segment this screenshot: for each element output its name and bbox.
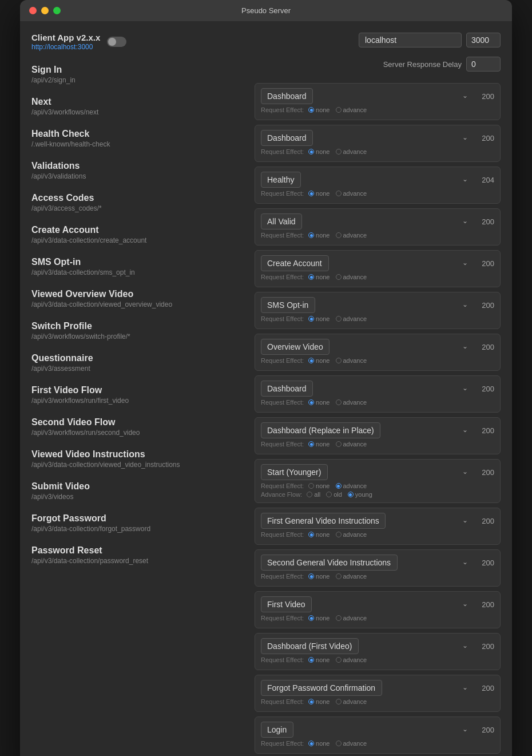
route-select[interactable]: Dashboard (First Video): [261, 638, 359, 654]
effect-none-label: none: [316, 482, 329, 489]
effect-none-radio[interactable]: none: [308, 190, 329, 197]
effect-none-radio[interactable]: none: [308, 106, 329, 113]
request-effect-row: Request Effect: none advance: [261, 740, 494, 747]
route-select[interactable]: Second General Video Instructions: [261, 555, 398, 571]
effect-radio-group: none advance: [308, 698, 367, 705]
route-select[interactable]: Login: [261, 722, 293, 738]
effect-radio-group: none advance: [308, 573, 367, 580]
titlebar: Pseudo Server: [20, 0, 512, 21]
effect-none-radio[interactable]: none: [308, 148, 329, 155]
client-toggle[interactable]: [107, 37, 126, 47]
endpoint-item: First Video Flow /api/v3/workflows/run/f…: [31, 385, 243, 405]
effect-advance-radio[interactable]: advance: [336, 106, 367, 113]
effect-none-radio[interactable]: none: [308, 573, 329, 580]
effect-none-radio[interactable]: none: [308, 441, 329, 448]
endpoint-name: Sign In: [31, 65, 243, 75]
request-effect-row: Request Effect: none advance: [261, 315, 494, 322]
endpoint-path: /api/v3/workflows/run/first_video: [31, 397, 243, 405]
route-block: First General Video Instructions 200 Req…: [255, 508, 501, 545]
route-select[interactable]: SMS Opt-in: [261, 297, 315, 313]
flow-young-dot: [348, 492, 354, 497]
minimize-button[interactable]: [41, 7, 49, 14]
maximize-button[interactable]: [53, 7, 61, 14]
delay-input[interactable]: [466, 57, 501, 72]
effect-none-radio[interactable]: none: [308, 531, 329, 538]
route-select[interactable]: Dashboard: [261, 130, 313, 146]
effect-none-radio[interactable]: none: [308, 740, 329, 747]
route-block: Second General Video Instructions 200 Re…: [255, 549, 501, 587]
flow-all-label: all: [314, 491, 320, 498]
effect-advance-radio[interactable]: advance: [336, 357, 367, 364]
endpoint-name: Switch Profile: [31, 321, 243, 331]
effect-advance-radio[interactable]: advance: [336, 441, 367, 448]
status-code: 200: [477, 600, 494, 609]
endpoint-name: Viewed Video Instructions: [31, 449, 243, 460]
route-select[interactable]: Create Account: [261, 255, 329, 271]
endpoint-name: Next: [31, 97, 243, 107]
client-app-link[interactable]: http://localhost:3000: [31, 43, 100, 51]
endpoint-path: /api/v3/data-collection/forgot_password: [31, 525, 243, 533]
status-code: 200: [477, 468, 494, 477]
effect-none-radio[interactable]: none: [308, 315, 329, 322]
effect-none-radio[interactable]: none: [308, 232, 329, 239]
effect-radio-group: none advance: [308, 232, 367, 239]
effect-advance-dot: [336, 149, 342, 155]
flow-old-radio[interactable]: old: [326, 491, 342, 498]
effect-none-radio[interactable]: none: [308, 615, 329, 622]
effect-advance-radio[interactable]: advance: [336, 698, 367, 705]
effect-advance-radio[interactable]: advance: [336, 656, 367, 663]
close-button[interactable]: [29, 7, 37, 14]
route-select[interactable]: Healthy: [261, 172, 301, 188]
effect-label: Request Effect:: [261, 531, 304, 538]
port-input[interactable]: [466, 33, 501, 48]
effect-none-radio[interactable]: none: [308, 357, 329, 364]
endpoint-item: Sign In /api/v2/sign_in: [31, 65, 243, 84]
route-select[interactable]: Dashboard (Replace in Place): [261, 422, 380, 438]
select-wrapper: Dashboard: [261, 381, 474, 397]
effect-none-radio[interactable]: none: [308, 698, 329, 705]
flow-young-radio[interactable]: young: [348, 491, 372, 498]
flow-all-radio[interactable]: all: [307, 491, 320, 498]
effect-none-dot: [308, 699, 314, 704]
effect-advance-dot: [336, 191, 342, 196]
effect-none-radio[interactable]: none: [308, 399, 329, 406]
effect-none-dot: [308, 615, 314, 621]
route-select[interactable]: Dashboard: [261, 88, 313, 104]
effect-advance-radio[interactable]: advance: [336, 531, 367, 538]
effect-advance-radio[interactable]: advance: [336, 190, 367, 197]
effect-advance-radio[interactable]: advance: [336, 232, 367, 239]
effect-advance-radio[interactable]: advance: [336, 573, 367, 580]
route-select[interactable]: Dashboard: [261, 381, 313, 397]
effect-none-dot: [308, 274, 314, 280]
effect-none-dot: [308, 657, 314, 663]
request-effect-row: Request Effect: none advance: [261, 441, 494, 448]
effect-label: Request Effect:: [261, 274, 304, 280]
route-select[interactable]: Start (Younger): [261, 464, 328, 480]
select-wrapper: Dashboard: [261, 130, 474, 146]
route-select[interactable]: Forgot Password Confirmation: [261, 680, 382, 696]
client-app-row: Client App v2.x.x http://localhost:3000: [31, 33, 243, 51]
host-input[interactable]: [359, 33, 462, 48]
route-select[interactable]: Overview Video: [261, 339, 329, 355]
effect-advance-radio[interactable]: advance: [336, 399, 367, 406]
effect-label: Request Effect:: [261, 656, 304, 663]
route-select-row: SMS Opt-in 200: [261, 297, 494, 313]
effect-none-radio[interactable]: none: [308, 656, 329, 663]
effect-none-radio[interactable]: none: [308, 482, 329, 489]
route-select[interactable]: First Video: [261, 596, 312, 612]
effect-advance-radio[interactable]: advance: [336, 148, 367, 155]
effect-advance-radio[interactable]: advance: [336, 615, 367, 622]
effect-advance-radio[interactable]: advance: [336, 315, 367, 322]
route-select-row: Dashboard (Replace in Place) 200: [261, 422, 494, 438]
effect-none-label: none: [316, 615, 329, 622]
effect-advance-radio[interactable]: advance: [336, 740, 367, 747]
effect-advance-dot: [336, 232, 342, 238]
select-wrapper: Overview Video: [261, 339, 474, 355]
effect-advance-radio[interactable]: advance: [336, 274, 367, 280]
effect-advance-radio[interactable]: advance: [336, 482, 367, 489]
effect-none-radio[interactable]: none: [308, 274, 329, 280]
endpoint-item: Validations /api/v3/validations: [31, 161, 243, 180]
route-select[interactable]: All Valid: [261, 213, 302, 229]
route-select[interactable]: First General Video Instructions: [261, 513, 386, 529]
effect-label: Request Effect:: [261, 106, 304, 113]
